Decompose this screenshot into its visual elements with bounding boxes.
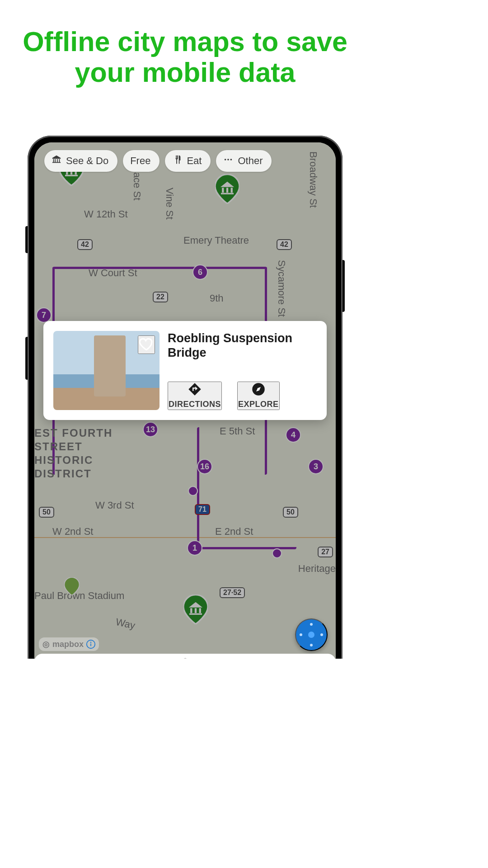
more-horizontal-icon xyxy=(223,155,233,167)
action-label: EXPLORE xyxy=(238,400,279,409)
chip-eat[interactable]: Eat xyxy=(165,150,211,172)
place-title: Roebling Suspension Bridge xyxy=(168,331,317,360)
heart-icon xyxy=(139,336,154,352)
phone-frame: W 12th St W Court St 9th Emery Theatre R… xyxy=(28,136,343,659)
chip-label: See & Do xyxy=(66,155,108,167)
svg-point-16 xyxy=(228,159,230,160)
place-card[interactable]: Roebling Suspension Bridge DIRECTIONS EX… xyxy=(43,321,327,420)
directions-button[interactable]: DIRECTIONS xyxy=(168,382,222,410)
attribution-brand: mapbox xyxy=(52,640,84,649)
recenter-compass-button[interactable] xyxy=(295,618,328,651)
place-thumbnail xyxy=(53,331,160,410)
favorite-button[interactable] xyxy=(138,335,155,354)
chip-label: Eat xyxy=(187,155,202,167)
chip-free[interactable]: Free xyxy=(123,150,160,172)
mapbox-logo-icon: ◎ xyxy=(42,639,50,649)
action-label: DIRECTIONS xyxy=(169,400,221,409)
food-icon xyxy=(172,155,182,167)
category-chip-row: See & Do Free Eat Other xyxy=(44,150,326,172)
chevron-up-icon xyxy=(176,657,194,659)
info-icon xyxy=(86,640,95,649)
chip-other[interactable]: Other xyxy=(216,150,272,172)
bank-icon xyxy=(52,155,61,167)
app-screen: W 12th St W Court St 9th Emery Theatre R… xyxy=(34,142,336,659)
svg-point-17 xyxy=(230,159,232,160)
chip-see-and-do[interactable]: See & Do xyxy=(44,150,117,172)
chip-label: Free xyxy=(130,155,150,167)
svg-rect-20 xyxy=(90,643,91,646)
svg-point-15 xyxy=(225,159,226,160)
marketing-headline: Offline city maps to save your mobile da… xyxy=(0,0,370,88)
bottom-sheet-handle[interactable] xyxy=(34,654,336,659)
compass-icon xyxy=(252,382,265,396)
map-attribution[interactable]: ◎ mapbox xyxy=(39,637,99,651)
svg-point-21 xyxy=(90,642,92,643)
explore-button[interactable]: EXPLORE xyxy=(237,382,280,410)
directions-icon xyxy=(188,382,202,396)
chip-label: Other xyxy=(238,155,263,167)
